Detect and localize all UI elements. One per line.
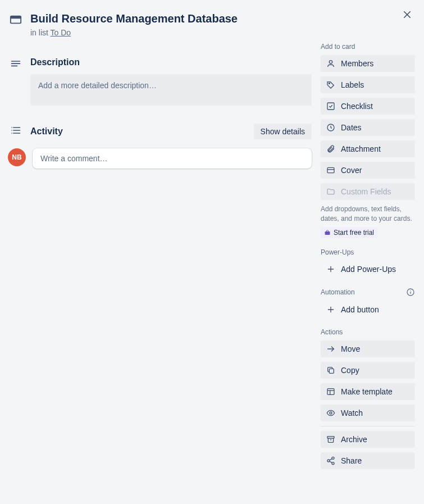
share-button[interactable]: Share: [321, 452, 415, 469]
copy-label: Copy: [341, 366, 359, 375]
checklist-button[interactable]: Checklist: [321, 98, 415, 115]
watch-label: Watch: [341, 408, 363, 417]
add-power-ups-button[interactable]: Add Power-Ups: [321, 261, 415, 278]
add-to-card-heading: Add to card: [321, 43, 415, 51]
svg-line-39: [330, 461, 332, 463]
members-label: Members: [341, 59, 373, 68]
share-label: Share: [341, 456, 362, 465]
svg-point-14: [329, 83, 330, 84]
template-icon: [326, 387, 335, 396]
actions-heading: Actions: [321, 328, 415, 336]
card-title[interactable]: Build Resource Management Database: [30, 11, 312, 26]
svg-rect-3: [11, 16, 21, 19]
description-heading: Description: [30, 57, 312, 67]
svg-point-11: [11, 130, 12, 131]
activity-section: Activity Show details: [7, 119, 312, 139]
card-header: Build Resource Management Database in li…: [7, 7, 312, 39]
svg-point-36: [327, 460, 330, 462]
comment-row: NB: [7, 148, 312, 169]
cover-button[interactable]: Cover: [321, 162, 415, 179]
svg-point-10: [11, 127, 12, 128]
svg-rect-17: [327, 167, 334, 172]
copy-icon: [326, 366, 335, 375]
svg-point-37: [332, 462, 334, 464]
make-template-label: Make template: [341, 387, 393, 396]
plus-icon: [326, 305, 335, 314]
clock-icon: [326, 123, 335, 132]
cover-label: Cover: [341, 166, 362, 175]
divider: [321, 426, 415, 426]
svg-line-38: [330, 458, 332, 460]
watch-button[interactable]: Watch: [321, 405, 415, 421]
svg-point-35: [332, 457, 334, 459]
custom-fields-label: Custom Fields: [341, 187, 391, 196]
svg-rect-19: [325, 231, 330, 235]
custom-fields-note: Add dropdowns, text fields, dates, and m…: [321, 205, 415, 224]
in-list-prefix: in list: [30, 28, 51, 37]
trial-label: Start free trial: [334, 229, 374, 237]
svg-point-13: [329, 61, 332, 63]
archive-label: Archive: [341, 435, 367, 444]
copy-button[interactable]: Copy: [321, 362, 415, 379]
labels-label: Labels: [341, 80, 364, 89]
make-template-button[interactable]: Make template: [321, 383, 415, 400]
members-button[interactable]: Members: [321, 55, 415, 72]
main-column: Build Resource Management Database in li…: [7, 7, 312, 474]
info-icon[interactable]: [406, 288, 415, 297]
close-icon: [402, 10, 412, 20]
svg-point-32: [330, 412, 332, 414]
list-link[interactable]: To Do: [51, 28, 71, 37]
start-trial-button[interactable]: Start free trial: [321, 227, 377, 238]
svg-rect-29: [327, 388, 334, 394]
avatar[interactable]: NB: [8, 148, 26, 166]
checklist-label: Checklist: [341, 102, 373, 111]
paperclip-icon: [326, 144, 335, 153]
briefcase-icon: [324, 229, 331, 236]
archive-icon: [326, 435, 335, 444]
dates-button[interactable]: Dates: [321, 119, 415, 136]
eye-icon: [326, 408, 335, 417]
add-button-button[interactable]: Add button: [321, 301, 415, 318]
arrow-right-icon: [326, 344, 335, 353]
add-power-ups-label: Add Power-Ups: [341, 265, 396, 274]
power-ups-heading: Power-Ups: [321, 248, 415, 256]
move-label: Move: [341, 344, 360, 353]
comment-input[interactable]: [33, 148, 312, 169]
folder-icon: [326, 187, 335, 196]
svg-rect-28: [329, 369, 334, 373]
custom-fields-button[interactable]: Custom Fields: [321, 183, 415, 200]
automation-heading: Automation: [321, 288, 415, 297]
svg-rect-33: [327, 436, 334, 438]
plus-icon: [326, 265, 335, 274]
attachment-button[interactable]: Attachment: [321, 140, 415, 157]
checklist-icon: [326, 102, 335, 111]
svg-point-24: [410, 290, 411, 290]
svg-rect-15: [327, 103, 334, 110]
show-details-button[interactable]: Show details: [254, 124, 312, 139]
activity-icon: [9, 124, 22, 136]
dates-label: Dates: [341, 123, 362, 132]
tag-icon: [326, 80, 335, 89]
automation-heading-label: Automation: [321, 288, 355, 296]
labels-button[interactable]: Labels: [321, 76, 415, 93]
attachment-label: Attachment: [341, 144, 381, 153]
close-button[interactable]: [398, 6, 416, 24]
svg-point-12: [11, 133, 12, 134]
cover-icon: [326, 166, 335, 175]
description-input[interactable]: Add a more detailed description…: [30, 74, 312, 106]
card-icon: [9, 11, 22, 26]
card-modal: Build Resource Management Database in li…: [0, 0, 424, 480]
list-subtitle: in list To Do: [30, 28, 312, 37]
share-icon: [326, 456, 335, 465]
description-icon: [9, 57, 22, 70]
person-icon: [326, 59, 335, 68]
archive-button[interactable]: Archive: [321, 431, 415, 448]
add-button-label: Add button: [341, 305, 379, 314]
description-section: Description Add a more detailed descript…: [7, 53, 312, 106]
move-button[interactable]: Move: [321, 340, 415, 357]
activity-heading: Activity: [30, 126, 63, 137]
sidebar: Add to card Members Labels Checklist Dat…: [321, 7, 415, 474]
